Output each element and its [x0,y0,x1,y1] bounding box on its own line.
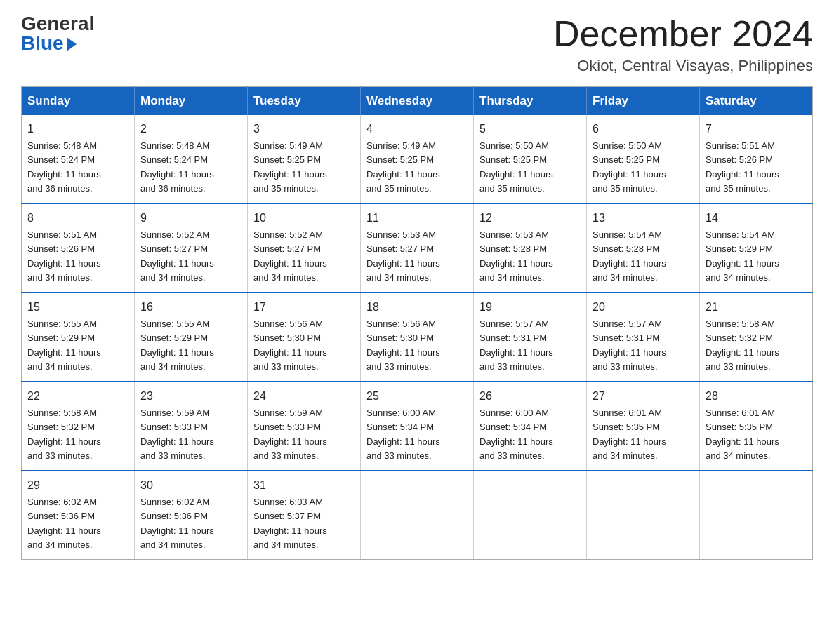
day-info: Sunrise: 5:52 AMSunset: 5:27 PMDaylight:… [140,229,214,283]
calendar-header-friday: Friday [587,87,700,116]
calendar-header-saturday: Saturday [700,87,813,116]
calendar-cell: 31 Sunrise: 6:03 AMSunset: 5:37 PMDaylig… [248,471,361,560]
day-info: Sunrise: 5:59 AMSunset: 5:33 PMDaylight:… [140,408,214,461]
day-info: Sunrise: 5:58 AMSunset: 5:32 PMDaylight:… [27,408,101,461]
day-number: 26 [479,388,581,405]
calendar-cell: 10 Sunrise: 5:52 AMSunset: 5:27 PMDaylig… [248,203,361,293]
calendar-cell: 28 Sunrise: 6:01 AMSunset: 5:35 PMDaylig… [700,382,813,471]
calendar-cell: 1 Sunrise: 5:48 AMSunset: 5:24 PMDayligh… [22,115,135,203]
logo-triangle-icon [67,37,77,51]
calendar-header-monday: Monday [135,87,248,116]
day-number: 29 [27,477,128,494]
calendar-cell: 19 Sunrise: 5:57 AMSunset: 5:31 PMDaylig… [474,293,587,382]
day-number: 10 [253,210,355,227]
day-info: Sunrise: 5:56 AMSunset: 5:30 PMDaylight:… [253,318,327,372]
calendar-cell: 4 Sunrise: 5:49 AMSunset: 5:25 PMDayligh… [361,115,474,203]
day-number: 8 [27,210,128,227]
day-number: 3 [253,121,355,137]
day-info: Sunrise: 5:59 AMSunset: 5:33 PMDaylight:… [253,408,327,461]
day-info: Sunrise: 5:48 AMSunset: 5:24 PMDaylight:… [140,140,214,194]
day-number: 12 [479,210,581,227]
day-number: 24 [253,388,355,405]
calendar-header: SundayMondayTuesdayWednesdayThursdayFrid… [22,87,813,116]
day-number: 11 [366,210,468,227]
day-info: Sunrise: 5:54 AMSunset: 5:29 PMDaylight:… [706,229,779,283]
day-number: 5 [479,121,581,137]
calendar-header-wednesday: Wednesday [361,87,474,116]
calendar-week-row: 8 Sunrise: 5:51 AMSunset: 5:26 PMDayligh… [22,203,813,293]
calendar-header-thursday: Thursday [474,87,587,116]
calendar-cell: 29 Sunrise: 6:02 AMSunset: 5:36 PMDaylig… [22,471,135,560]
day-number: 14 [706,210,807,227]
day-info: Sunrise: 5:55 AMSunset: 5:29 PMDaylight:… [140,318,214,372]
day-number: 9 [140,210,241,227]
calendar-week-row: 1 Sunrise: 5:48 AMSunset: 5:24 PMDayligh… [22,115,813,203]
calendar-cell [700,471,813,560]
page-subtitle: Okiot, Central Visayas, Philippines [553,57,813,75]
day-info: Sunrise: 6:02 AMSunset: 5:36 PMDaylight:… [140,497,214,550]
day-info: Sunrise: 6:01 AMSunset: 5:35 PMDaylight:… [706,408,779,461]
calendar-cell: 17 Sunrise: 5:56 AMSunset: 5:30 PMDaylig… [248,293,361,382]
calendar-cell: 16 Sunrise: 5:55 AMSunset: 5:29 PMDaylig… [135,293,248,382]
calendar-cell: 9 Sunrise: 5:52 AMSunset: 5:27 PMDayligh… [135,203,248,293]
day-number: 30 [140,477,241,494]
calendar-week-row: 29 Sunrise: 6:02 AMSunset: 5:36 PMDaylig… [22,471,813,560]
calendar-cell: 27 Sunrise: 6:01 AMSunset: 5:35 PMDaylig… [587,382,700,471]
day-info: Sunrise: 5:55 AMSunset: 5:29 PMDaylight:… [27,318,101,372]
calendar-cell: 8 Sunrise: 5:51 AMSunset: 5:26 PMDayligh… [22,203,135,293]
day-number: 20 [593,299,694,316]
logo-general-text: General [21,14,94,34]
day-info: Sunrise: 5:50 AMSunset: 5:25 PMDaylight:… [593,140,666,194]
day-number: 25 [366,388,468,405]
day-number: 4 [366,121,468,137]
day-number: 7 [706,121,807,137]
day-info: Sunrise: 6:03 AMSunset: 5:37 PMDaylight:… [253,497,327,550]
day-info: Sunrise: 6:00 AMSunset: 5:34 PMDaylight:… [366,408,440,461]
calendar-header-row: SundayMondayTuesdayWednesdayThursdayFrid… [22,87,813,116]
calendar-cell: 14 Sunrise: 5:54 AMSunset: 5:29 PMDaylig… [700,203,813,293]
calendar-cell: 3 Sunrise: 5:49 AMSunset: 5:25 PMDayligh… [248,115,361,203]
calendar-header-tuesday: Tuesday [248,87,361,116]
day-info: Sunrise: 5:51 AMSunset: 5:26 PMDaylight:… [706,140,779,194]
day-info: Sunrise: 6:00 AMSunset: 5:34 PMDaylight:… [479,408,553,461]
day-info: Sunrise: 5:51 AMSunset: 5:26 PMDaylight:… [27,229,101,283]
day-number: 16 [140,299,241,316]
calendar-cell: 5 Sunrise: 5:50 AMSunset: 5:25 PMDayligh… [474,115,587,203]
calendar-week-row: 15 Sunrise: 5:55 AMSunset: 5:29 PMDaylig… [22,293,813,382]
day-info: Sunrise: 5:50 AMSunset: 5:25 PMDaylight:… [479,140,553,194]
day-number: 21 [706,299,807,316]
calendar-cell: 26 Sunrise: 6:00 AMSunset: 5:34 PMDaylig… [474,382,587,471]
day-number: 23 [140,388,241,405]
day-info: Sunrise: 5:48 AMSunset: 5:24 PMDaylight:… [27,140,101,194]
day-info: Sunrise: 5:49 AMSunset: 5:25 PMDaylight:… [366,140,440,194]
day-info: Sunrise: 5:54 AMSunset: 5:28 PMDaylight:… [593,229,666,283]
day-info: Sunrise: 5:52 AMSunset: 5:27 PMDaylight:… [253,229,327,283]
calendar-body: 1 Sunrise: 5:48 AMSunset: 5:24 PMDayligh… [22,115,813,560]
day-number: 28 [706,388,807,405]
calendar-cell [474,471,587,560]
calendar-cell: 6 Sunrise: 5:50 AMSunset: 5:25 PMDayligh… [587,115,700,203]
day-number: 1 [27,121,128,137]
day-number: 22 [27,388,128,405]
day-number: 2 [140,121,241,137]
logo: General Blue [21,14,94,53]
day-info: Sunrise: 5:57 AMSunset: 5:31 PMDaylight:… [479,318,553,372]
day-number: 27 [593,388,694,405]
calendar-header-sunday: Sunday [22,87,135,116]
day-number: 13 [593,210,694,227]
calendar-cell: 12 Sunrise: 5:53 AMSunset: 5:28 PMDaylig… [474,203,587,293]
day-info: Sunrise: 5:53 AMSunset: 5:27 PMDaylight:… [366,229,440,283]
day-info: Sunrise: 6:01 AMSunset: 5:35 PMDaylight:… [593,408,666,461]
day-info: Sunrise: 5:57 AMSunset: 5:31 PMDaylight:… [593,318,666,372]
calendar-cell: 11 Sunrise: 5:53 AMSunset: 5:27 PMDaylig… [361,203,474,293]
calendar-cell: 23 Sunrise: 5:59 AMSunset: 5:33 PMDaylig… [135,382,248,471]
calendar-cell: 7 Sunrise: 5:51 AMSunset: 5:26 PMDayligh… [700,115,813,203]
logo-blue-text: Blue [21,34,77,53]
calendar-cell: 21 Sunrise: 5:58 AMSunset: 5:32 PMDaylig… [700,293,813,382]
day-info: Sunrise: 6:02 AMSunset: 5:36 PMDaylight:… [27,497,101,550]
calendar-cell: 22 Sunrise: 5:58 AMSunset: 5:32 PMDaylig… [22,382,135,471]
calendar-cell: 30 Sunrise: 6:02 AMSunset: 5:36 PMDaylig… [135,471,248,560]
calendar-cell: 24 Sunrise: 5:59 AMSunset: 5:33 PMDaylig… [248,382,361,471]
day-number: 31 [253,477,355,494]
day-info: Sunrise: 5:56 AMSunset: 5:30 PMDaylight:… [366,318,440,372]
